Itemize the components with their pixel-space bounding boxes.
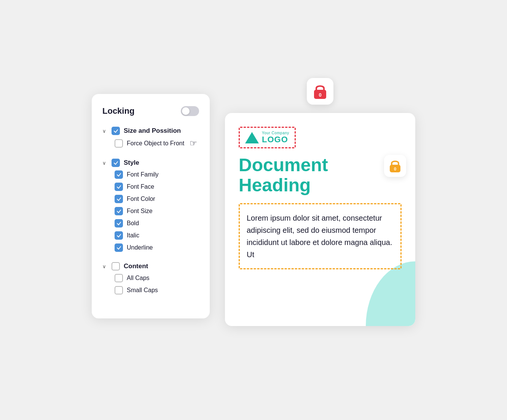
logo-box: Your Company LOGO	[239, 127, 296, 148]
body-text-box: Lorem ipsum dolor sit amet, consectetur …	[239, 203, 402, 269]
section-label-style: Style	[124, 159, 139, 167]
main-container: Locking ∨Size and PossitionForce Object …	[92, 94, 415, 326]
chevron-content[interactable]: ∨	[102, 264, 108, 269]
checkbox-italic[interactable]	[115, 231, 123, 240]
sub-item-label-all-caps: All Caps	[127, 275, 150, 282]
section-header-content: ∨Content	[102, 262, 199, 270]
doc-card: Your Company LOGO Document Heading Lorem…	[225, 113, 415, 326]
sub-item-label-font-family: Font Family	[127, 171, 159, 178]
logo-area: Your Company LOGO	[239, 127, 402, 148]
section-header-size-position: ∨Size and Possition	[102, 127, 199, 135]
lock-badge-top: 0	[307, 78, 333, 105]
lock-badge-top-number: 0	[319, 92, 321, 98]
checkbox-content[interactable]	[112, 262, 120, 270]
section-label-content: Content	[124, 262, 148, 270]
section-content: ∨ContentAll CapsSmall Caps	[102, 262, 199, 301]
checkbox-font-size[interactable]	[115, 207, 123, 215]
panel-title: Locking	[102, 106, 134, 116]
sub-item-small-caps: Small Caps	[115, 285, 199, 296]
sub-item-label-font-size: Font Size	[127, 208, 153, 215]
doc-content: Your Company LOGO Document Heading Lorem…	[239, 127, 402, 269]
sub-item-bold: Bold	[115, 218, 199, 229]
chevron-size-position[interactable]: ∨	[102, 128, 108, 134]
sub-item-underline: Underline	[115, 242, 199, 253]
sections-container: ∨Size and PossitionForce Object to Front…	[102, 127, 199, 301]
sub-item-all-caps: All Caps	[115, 273, 199, 283]
toggle-switch[interactable]	[181, 106, 199, 116]
checkbox-font-face[interactable]	[115, 183, 123, 191]
sub-item-font-size: Font Size	[115, 206, 199, 216]
sub-item-label-font-color: Font Color	[127, 196, 155, 202]
section-size-position: ∨Size and PossitionForce Object to Front…	[102, 127, 199, 155]
section-style: ∨StyleFont FamilyFont FaceFont ColorFont…	[102, 159, 199, 258]
checkbox-style[interactable]	[112, 159, 120, 167]
checkbox-underline[interactable]	[115, 243, 123, 252]
checkbox-bold[interactable]	[115, 219, 123, 228]
sub-item-label-bold: Bold	[127, 220, 139, 227]
lock-badge-right-number: 0	[394, 167, 396, 171]
teal-corner-decoration	[366, 261, 415, 326]
section-label-size-position: Size and Possition	[124, 127, 181, 135]
heading-line1: Document	[239, 155, 328, 175]
checkbox-size-position[interactable]	[112, 127, 120, 135]
doc-heading: Document Heading	[239, 155, 402, 196]
section-header-style: ∨Style	[102, 159, 199, 167]
sub-item-font-family: Font Family	[115, 169, 199, 180]
chevron-style[interactable]: ∨	[102, 160, 108, 166]
body-text: Lorem ipsum dolor sit amet, consectetur …	[247, 212, 394, 261]
sub-item-label-underline: Underline	[127, 244, 153, 251]
sub-item-italic: Italic	[115, 230, 199, 241]
logo-big-text: LOGO	[262, 135, 289, 144]
checkbox-small-caps[interactable]	[115, 286, 123, 294]
logo-triangle	[245, 132, 259, 143]
logo-text-block: Your Company LOGO	[262, 131, 289, 144]
sub-item-force-object-front: Force Object to Front☞	[115, 137, 199, 150]
lock-icon-yellow: 0	[389, 159, 402, 173]
lock-icon-red: 0	[312, 83, 328, 100]
sub-item-font-face: Font Face	[115, 181, 199, 192]
checkbox-all-caps[interactable]	[115, 274, 123, 282]
heading-line2: Heading	[239, 175, 311, 195]
checkbox-font-color[interactable]	[115, 195, 123, 203]
lock-badge-right: 0	[384, 155, 406, 177]
checkbox-font-family[interactable]	[115, 170, 123, 179]
checkbox-force-object-front[interactable]	[115, 139, 123, 148]
cursor-hand-icon: ☞	[190, 138, 197, 148]
sub-item-label-force-object-front: Force Object to Front	[127, 140, 184, 147]
panel-header: Locking	[102, 106, 199, 116]
sub-item-font-color: Font Color	[115, 194, 199, 204]
document-panel: 0 Your Company LOGO	[225, 94, 415, 326]
doc-wrapper: Your Company LOGO Document Heading Lorem…	[225, 113, 415, 326]
sub-item-label-font-face: Font Face	[127, 183, 154, 190]
sub-item-label-small-caps: Small Caps	[127, 287, 158, 294]
locking-panel: Locking ∨Size and PossitionForce Object …	[92, 94, 210, 318]
sub-item-label-italic: Italic	[127, 232, 139, 239]
